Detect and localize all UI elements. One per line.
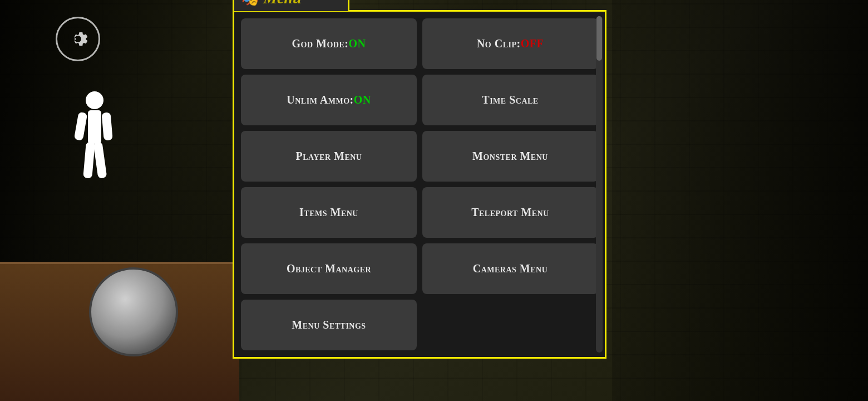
time-scale-button[interactable]: Time Scale — [422, 75, 598, 125]
mask-icon: 🎭 — [241, 0, 259, 7]
circular-object — [89, 267, 178, 356]
player-menu-label: Player Menu — [296, 150, 362, 162]
scrollbar[interactable] — [596, 16, 603, 353]
god-mode-label: God Mode: — [292, 37, 349, 50]
scrollbar-thumb[interactable] — [596, 16, 602, 61]
menu-title: Menu — [263, 0, 301, 7]
object-manager-button[interactable]: Object Manager — [241, 243, 417, 294]
gear-icon — [65, 26, 91, 52]
teleport-menu-button[interactable]: Teleport Menu — [422, 187, 598, 238]
monster-menu-button[interactable]: Monster Menu — [422, 131, 598, 182]
no-clip-label: No Clip: — [477, 37, 521, 50]
menu-content: God Mode:ON No Clip:OFF Unlim Ammo:ON Ti… — [234, 12, 605, 357]
teleport-menu-label: Teleport Menu — [471, 206, 549, 218]
svg-rect-5 — [93, 141, 107, 179]
human-figure — [72, 89, 117, 200]
items-menu-button[interactable]: Items Menu — [241, 187, 417, 238]
object-manager-label: Object Manager — [287, 262, 371, 275]
cameras-menu-button[interactable]: Cameras Menu — [422, 243, 598, 294]
menu-panel: 🎭 Menu God Mode:ON No Clip:OFF Unlim Amm… — [233, 10, 606, 359]
gear-button[interactable] — [56, 17, 100, 61]
monster-menu-label: Monster Menu — [472, 150, 548, 162]
svg-rect-4 — [83, 141, 95, 178]
cameras-menu-label: Cameras Menu — [473, 262, 548, 275]
no-clip-button[interactable]: No Clip:OFF — [422, 18, 598, 69]
menu-settings-button[interactable]: Menu Settings — [241, 300, 417, 350]
svg-rect-1 — [88, 110, 101, 144]
god-mode-button[interactable]: God Mode:ON — [241, 18, 417, 69]
unlim-ammo-status: ON — [354, 94, 371, 106]
unlim-ammo-label: Unlim Ammo: — [287, 94, 353, 106]
player-menu-button[interactable]: Player Menu — [241, 131, 417, 182]
time-scale-label: Time Scale — [482, 94, 538, 106]
menu-settings-label: Menu Settings — [292, 319, 366, 331]
no-clip-status: OFF — [521, 37, 544, 50]
unlim-ammo-button[interactable]: Unlim Ammo:ON — [241, 75, 417, 125]
svg-rect-2 — [74, 112, 87, 141]
items-menu-label: Items Menu — [299, 206, 358, 218]
svg-point-0 — [86, 91, 103, 109]
right-shadow — [612, 0, 868, 401]
menu-titlebar: 🎭 Menu — [233, 0, 349, 13]
god-mode-status: ON — [348, 37, 366, 50]
svg-rect-3 — [101, 112, 112, 140]
